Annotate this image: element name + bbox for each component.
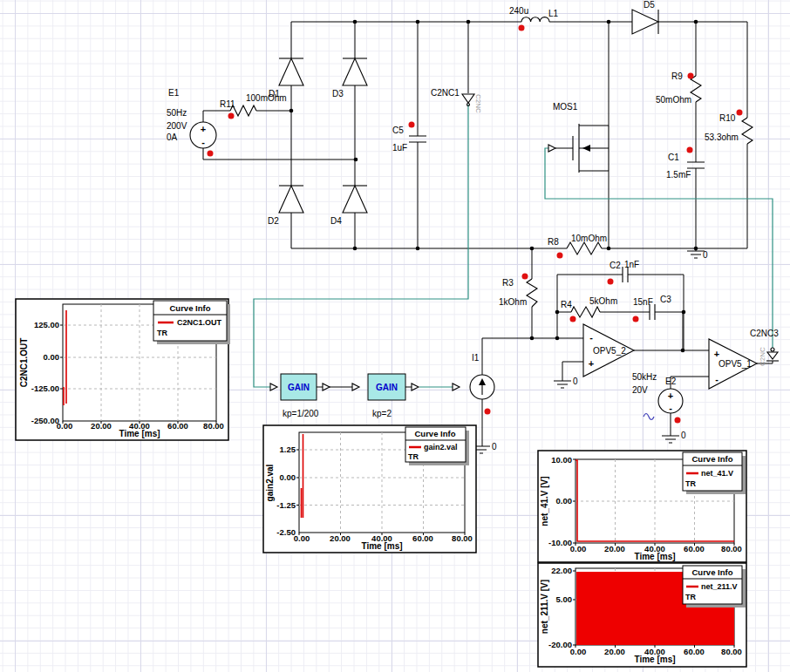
- curve-info-legend[interactable]: Curve Info C2NC1.OUT TR: [153, 301, 230, 344]
- c2nc3-label: C2NC3: [750, 329, 779, 338]
- e2-minus-sign: -: [669, 403, 672, 413]
- gain-block-1[interactable]: GAIN kp=1/200: [281, 374, 319, 418]
- component-mos1[interactable]: MOS1: [548, 102, 609, 173]
- y-tick-label: 0.00: [280, 472, 296, 482]
- x-tick-label: 20.00: [91, 421, 112, 431]
- schematic-canvas[interactable]: + - E1 50Hz 200V 0A R11 100mOhm D1 D3 D2…: [0, 0, 790, 672]
- component-opv5-2[interactable]: - + OPV5_2: [583, 324, 634, 377]
- gain2-parameter: kp=2: [372, 409, 392, 418]
- x-tick-label: 60.00: [167, 421, 188, 431]
- legend-analysis: TR: [408, 452, 419, 461]
- port-c2nc3[interactable]: C2NC3 C2NC: [750, 329, 779, 366]
- c5-value: 1uF: [392, 143, 407, 153]
- d4-name: D4: [330, 216, 342, 226]
- legend-analysis: TR: [685, 593, 696, 601]
- component-r3[interactable]: R3 1kOhm: [499, 278, 537, 307]
- x-tick-label: 0.00: [570, 647, 587, 656]
- y-tick-label: -2.50: [276, 527, 296, 537]
- component-r4[interactable]: R4 5kOhm: [561, 296, 617, 317]
- probe-dot: [409, 122, 415, 128]
- r11-name: R11: [220, 99, 235, 109]
- probe-dot: [608, 279, 614, 285]
- component-opv5-1[interactable]: + - OPV5_1: [709, 339, 757, 389]
- x-tick-label: 60.00: [684, 544, 705, 553]
- i1-name: I1: [472, 353, 480, 363]
- l1-value: 240u: [509, 6, 528, 16]
- probe-dot: [557, 253, 563, 259]
- y-tick-label: 0.00: [556, 496, 573, 506]
- y-tick-label: 10.00: [551, 455, 572, 465]
- y-tick-label: 125.00: [34, 320, 59, 329]
- port-c2nc1[interactable]: C2NC1 C2NC: [431, 88, 482, 113]
- d1-name: D1: [269, 89, 280, 98]
- legend-series: gain2.val: [424, 443, 458, 451]
- gain2-label: GAIN: [376, 383, 398, 392]
- component-c2[interactable]: C2 1nF: [610, 260, 639, 282]
- x-tick-label: 0.00: [570, 544, 587, 553]
- component-d5[interactable]: D5: [632, 0, 658, 34]
- sine-icon: [644, 414, 654, 420]
- ground-label: 0: [492, 442, 497, 451]
- probe-dot: [737, 110, 743, 116]
- d2-name: D2: [268, 216, 279, 226]
- plot-window-gain2-val[interactable]: 1.25 0.00 -1.25 -2.50 0.00 20.00 40.00 6…: [263, 425, 476, 553]
- c5-name: C5: [392, 126, 404, 135]
- x-axis-title: Time [ms]: [634, 655, 675, 664]
- r4-name: R4: [561, 300, 572, 309]
- component-d2[interactable]: D2: [268, 186, 303, 226]
- mos1-name: MOS1: [553, 102, 578, 112]
- e1-current: 0A: [167, 132, 178, 142]
- component-c1[interactable]: C1 1.5mF: [666, 153, 705, 180]
- component-d3[interactable]: D3: [332, 58, 367, 98]
- legend-series: net_211.V: [701, 582, 738, 591]
- r4-value: 5kOhm: [589, 296, 617, 306]
- ground-label: 0: [703, 250, 708, 260]
- probe-dot: [688, 73, 694, 79]
- e2-frequency: 50kHz: [632, 372, 657, 382]
- component-c3[interactable]: 15nF C3: [633, 295, 671, 320]
- x-tick-label: 20.00: [604, 647, 625, 656]
- component-r10[interactable]: R10 53.3ohm: [705, 113, 753, 144]
- d3-name: D3: [332, 89, 344, 98]
- probe-dot: [519, 25, 525, 31]
- x-tick-label: 60.00: [412, 533, 433, 543]
- x-axis-title: Time [ms]: [119, 429, 160, 438]
- r3-value: 1kOhm: [499, 297, 527, 307]
- x-tick-label: 20.00: [330, 533, 351, 543]
- curve-info-legend[interactable]: Curve Info net_41.V TR: [683, 452, 746, 494]
- y-tick-label: -250.00: [31, 416, 59, 425]
- plot-window-net-41-v[interactable]: 10.00 0.00 -10.00 0.00 20.00 40.00 60.00…: [538, 451, 746, 562]
- curve-info-legend[interactable]: Curve Info net_211.V TR: [683, 566, 746, 608]
- e1-minus-sign: -: [201, 137, 205, 147]
- x-tick-label: 80.00: [721, 647, 742, 656]
- plot-window-net-211-v[interactable]: 22.00 5.00 -20.00 0.00 20.00 40.00 60.00…: [538, 563, 746, 667]
- component-d4[interactable]: D4: [330, 186, 367, 226]
- c1-value: 1.5mF: [666, 170, 691, 180]
- e1-plus-sign: +: [201, 124, 206, 134]
- y-tick-label: 1.25: [280, 445, 296, 454]
- c2nc1-port-tag: C2NC: [474, 94, 482, 113]
- curve-info-legend[interactable]: Curve Info gain2.val TR: [405, 427, 469, 465]
- gain-block-2[interactable]: GAIN kp=2: [368, 374, 405, 418]
- component-l1[interactable]: 240u L1: [509, 6, 559, 22]
- probe-dot: [687, 147, 693, 153]
- e2-name: E2: [665, 377, 677, 386]
- plot-window-c2nc1-out[interactable]: 125.00 0.00 -125.00 -250.00 0.00 20.00 4…: [16, 299, 230, 440]
- y-tick-label: -20.00: [548, 640, 572, 649]
- y-axis-title: gain2.val: [265, 464, 275, 501]
- component-c5[interactable]: C5 1uF: [392, 126, 426, 153]
- component-r9[interactable]: R9 50mOhm: [656, 71, 701, 105]
- y-tick-label: -10.00: [548, 538, 572, 547]
- component-r8[interactable]: R8 10mOhm: [548, 234, 607, 255]
- opv5-1-plus: +: [714, 349, 719, 359]
- component-e2[interactable]: + - 50kHz 20V E2: [632, 372, 683, 420]
- c2nc1-label: C2NC1: [431, 88, 460, 98]
- x-tick-label: 20.00: [604, 544, 625, 553]
- c2nc3-port-tag: C2NC: [759, 347, 766, 366]
- opv5-1-minus: -: [715, 374, 718, 384]
- r10-value: 53.3ohm: [705, 132, 739, 142]
- component-e1[interactable]: + - E1 50Hz 200V 0A: [167, 88, 216, 148]
- signal-wires[interactable]: [254, 105, 773, 387]
- x-tick-label: 60.00: [684, 647, 705, 656]
- r11-value: 100mOhm: [246, 93, 287, 103]
